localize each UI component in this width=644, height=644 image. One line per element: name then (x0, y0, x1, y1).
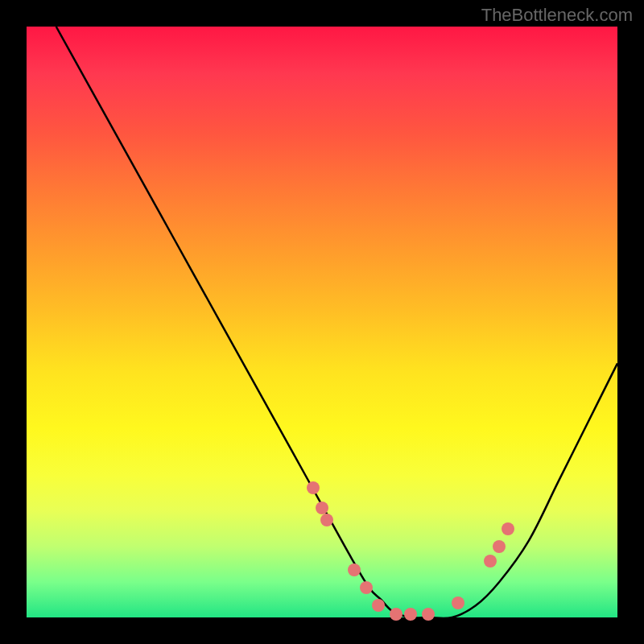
data-point (484, 555, 497, 568)
bottleneck-curve (56, 27, 617, 617)
data-point (493, 540, 506, 553)
data-point (320, 514, 333, 526)
data-point (390, 608, 402, 621)
data-point (452, 597, 464, 609)
data-point (502, 522, 514, 535)
data-point (316, 502, 328, 514)
data-point (404, 608, 417, 621)
data-point (307, 481, 320, 494)
watermark-text: TheBottleneck.com (481, 5, 633, 26)
data-point (422, 608, 435, 621)
chart-svg (27, 27, 617, 617)
data-point (360, 581, 373, 594)
data-point (348, 564, 361, 576)
chart-plot-area (27, 27, 617, 617)
data-point (372, 599, 385, 612)
